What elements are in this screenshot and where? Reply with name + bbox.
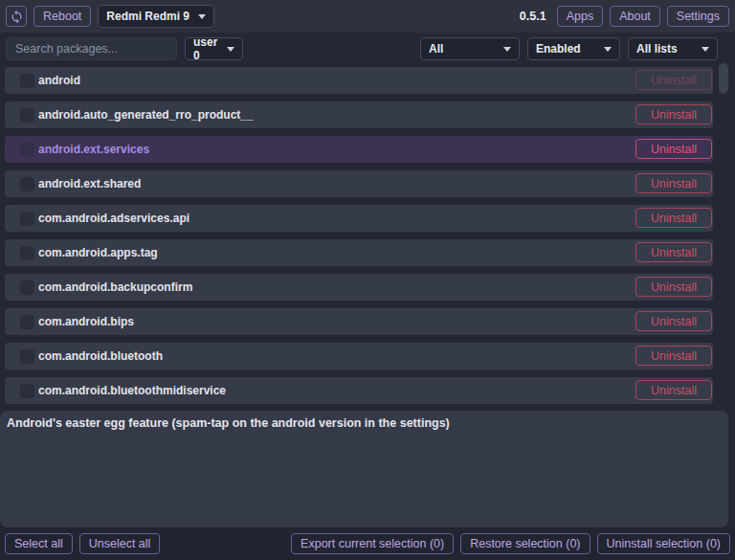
uninstall-button[interactable]: Uninstall — [635, 104, 712, 124]
package-row[interactable]: com.android.bluetoothmidiservice Uninsta… — [5, 377, 713, 404]
package-list: android Uninstall android.auto_generated… — [0, 67, 735, 412]
package-checkbox[interactable] — [20, 177, 34, 191]
package-row[interactable]: android.ext.services Uninstall — [5, 136, 713, 163]
package-checkbox[interactable] — [20, 143, 34, 157]
uninstall-button[interactable]: Uninstall — [635, 139, 712, 159]
tab-apps[interactable]: Apps — [557, 6, 604, 27]
type-filter-dropdown[interactable]: All — [420, 37, 520, 60]
state-filter-dropdown[interactable]: Enabled — [527, 37, 620, 60]
package-name: android.auto_generated_rro_product__ — [38, 108, 254, 122]
export-selection-button[interactable]: Export current selection (0) — [291, 533, 454, 554]
package-row[interactable]: com.android.apps.tag Uninstall — [5, 239, 713, 266]
tab-about[interactable]: About — [610, 6, 660, 27]
uninstall-button[interactable]: Uninstall — [635, 277, 712, 297]
reboot-button[interactable]: Reboot — [33, 6, 91, 27]
top-bar: Reboot Redmi Redmi 9 0.5.1 Apps About Se… — [0, 0, 735, 33]
tab-settings[interactable]: Settings — [667, 6, 729, 27]
chevron-down-icon — [503, 47, 511, 52]
refresh-icon — [10, 10, 24, 24]
description-panel: Android's easter egg feature (spam-tap o… — [0, 411, 728, 527]
package-row[interactable]: com.android.backupconfirm Uninstall — [5, 274, 713, 301]
package-checkbox[interactable] — [20, 246, 34, 260]
app-version: 0.5.1 — [520, 10, 546, 23]
package-name: android.ext.services — [38, 143, 149, 156]
list-filter-dropdown[interactable]: All lists — [628, 37, 718, 60]
scrollbar-thumb[interactable] — [719, 63, 728, 94]
uninstall-button[interactable]: Uninstall — [635, 242, 712, 262]
package-checkbox[interactable] — [20, 108, 34, 123]
chevron-down-icon — [604, 47, 612, 52]
package-checkbox[interactable] — [20, 315, 34, 329]
uninstall-button[interactable]: Uninstall — [635, 70, 712, 90]
package-checkbox[interactable] — [20, 280, 34, 295]
package-row[interactable]: android Uninstall — [5, 67, 713, 94]
user-dropdown[interactable]: user 0 — [185, 37, 243, 60]
footer-bar: Select all Unselect all Export current s… — [0, 527, 735, 560]
uninstall-button[interactable]: Uninstall — [635, 311, 712, 331]
package-name: com.android.backupconfirm — [38, 280, 192, 294]
package-name: com.android.adservices.api — [38, 212, 189, 225]
unselect-all-button[interactable]: Unselect all — [79, 533, 161, 554]
uninstall-button[interactable]: Uninstall — [635, 346, 712, 366]
device-dropdown-value: Redmi Redmi 9 — [106, 10, 189, 23]
package-row[interactable]: android.ext.shared Uninstall — [5, 170, 713, 197]
filter-bar: user 0 All Enabled All lists — [0, 33, 735, 65]
package-name: com.android.bluetooth — [38, 349, 163, 363]
package-row[interactable]: com.android.adservices.api Uninstall — [5, 205, 713, 232]
uninstall-button[interactable]: Uninstall — [635, 173, 712, 193]
search-input[interactable] — [6, 37, 177, 60]
refresh-button[interactable] — [6, 6, 27, 27]
uninstall-button[interactable]: Uninstall — [635, 208, 712, 228]
package-row[interactable]: com.android.bluetooth Uninstall — [5, 343, 713, 370]
state-filter-value: Enabled — [536, 42, 581, 56]
uninstall-button[interactable]: Uninstall — [635, 380, 712, 400]
uninstall-selection-button[interactable]: Uninstall selection (0) — [597, 533, 731, 554]
package-row[interactable]: com.android.bips Uninstall — [5, 308, 713, 335]
restore-selection-button[interactable]: Restore selection (0) — [460, 533, 590, 554]
package-name: com.android.apps.tag — [38, 246, 158, 259]
device-dropdown[interactable]: Redmi Redmi 9 — [98, 5, 214, 28]
package-name: android — [38, 74, 80, 87]
package-name: com.android.bluetoothmidiservice — [38, 384, 226, 397]
package-checkbox[interactable] — [20, 74, 34, 88]
list-filter-value: All lists — [636, 42, 678, 56]
type-filter-value: All — [429, 42, 443, 56]
chevron-down-icon — [702, 47, 709, 52]
chevron-down-icon — [198, 14, 206, 19]
app-window: { "topbar": { "reboot_label": "Reboot", … — [0, 0, 735, 560]
chevron-down-icon — [227, 47, 234, 52]
user-dropdown-value: user 0 — [193, 35, 218, 62]
package-checkbox[interactable] — [20, 384, 34, 398]
package-checkbox[interactable] — [20, 349, 34, 364]
select-all-button[interactable]: Select all — [5, 533, 73, 554]
package-checkbox[interactable] — [20, 212, 34, 226]
package-row[interactable]: android.auto_generated_rro_product__ Uni… — [5, 101, 713, 128]
package-name: com.android.bips — [38, 315, 134, 328]
package-name: android.ext.shared — [38, 177, 141, 190]
